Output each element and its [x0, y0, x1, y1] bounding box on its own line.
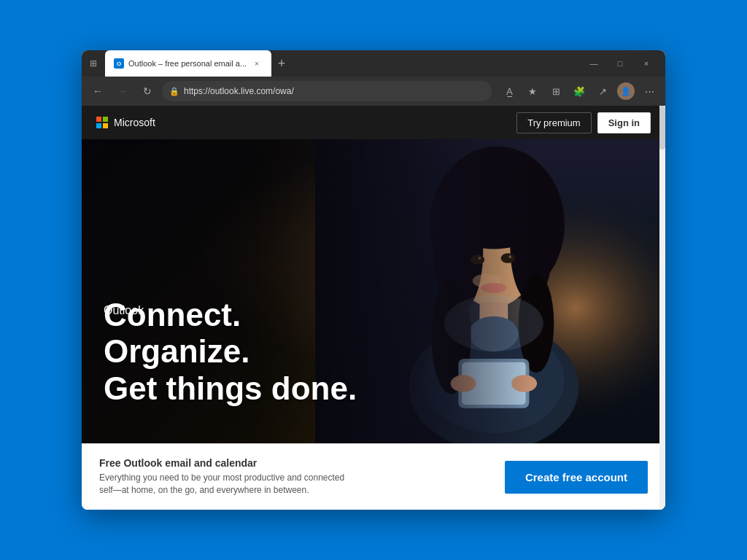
headline-line1: Connect. — [104, 297, 665, 334]
forward-button[interactable]: → — [112, 81, 133, 101]
scrollbar-thumb[interactable] — [659, 106, 665, 149]
back-button[interactable]: ← — [88, 81, 108, 101]
cta-section: Free Outlook email and calendar Everythi… — [82, 443, 665, 510]
url-text: https://outlook.live.com/owa/ — [184, 86, 484, 96]
share-icon[interactable]: ↗ — [592, 81, 613, 101]
url-bar[interactable]: 🔒 https://outlook.live.com/owa/ — [162, 81, 492, 101]
minimize-button[interactable]: — — [581, 50, 607, 77]
create-free-account-button[interactable]: Create free account — [505, 461, 648, 494]
maximize-button[interactable]: □ — [607, 50, 633, 77]
hero-headline: Connect. Organize. Get things done. — [104, 297, 665, 408]
page-content: Microsoft Try premium Sign in — [82, 106, 665, 510]
close-button[interactable]: × — [633, 50, 659, 77]
headline-line2: Organize. — [104, 333, 665, 370]
cta-title: Free Outlook email and calendar — [99, 457, 347, 469]
headline-line3: Get things done. — [104, 370, 665, 408]
refresh-button[interactable]: ↻ — [137, 81, 158, 101]
favorites-icon[interactable]: ★ — [522, 81, 543, 101]
cta-text: Free Outlook email and calendar Everythi… — [99, 457, 347, 497]
outlook-navbar: Microsoft Try premium Sign in — [82, 106, 665, 139]
brand-name: Microsoft — [114, 117, 155, 128]
try-premium-button[interactable]: Try premium — [516, 112, 591, 133]
title-bar: ⊞ O Outlook – free personal email a... ×… — [82, 50, 665, 77]
collections-icon[interactable]: ⊞ — [546, 81, 566, 101]
sign-in-button[interactable]: Sign in — [597, 112, 651, 133]
active-tab[interactable]: O Outlook – free personal email a... × — [105, 50, 271, 77]
browser-window: ⊞ O Outlook – free personal email a... ×… — [82, 50, 665, 510]
microsoft-logo: Microsoft — [96, 117, 155, 128]
new-tab-button[interactable]: + — [271, 56, 292, 71]
menu-icon[interactable]: ⋯ — [639, 81, 659, 101]
profile-avatar[interactable]: 👤 — [616, 81, 636, 101]
address-bar: ← → ↻ 🔒 https://outlook.live.com/owa/ A̲… — [82, 77, 665, 106]
tab-close-button[interactable]: × — [251, 58, 263, 69]
extensions-icon[interactable]: 🧩 — [569, 81, 589, 101]
tab-favicon: O — [114, 58, 124, 69]
ms-grid-icon — [96, 117, 108, 128]
read-mode-icon[interactable]: A̲ — [499, 81, 519, 101]
cta-description: Everything you need to be your most prod… — [99, 472, 347, 497]
app-name-label: Outlook — [104, 304, 144, 317]
browser-grid-icon: ⊞ — [88, 58, 99, 69]
tab-title: Outlook – free personal email a... — [128, 59, 247, 68]
lock-icon: 🔒 — [169, 87, 179, 96]
hero-section: Outlook Connect. Organize. Get things do… — [82, 139, 665, 443]
